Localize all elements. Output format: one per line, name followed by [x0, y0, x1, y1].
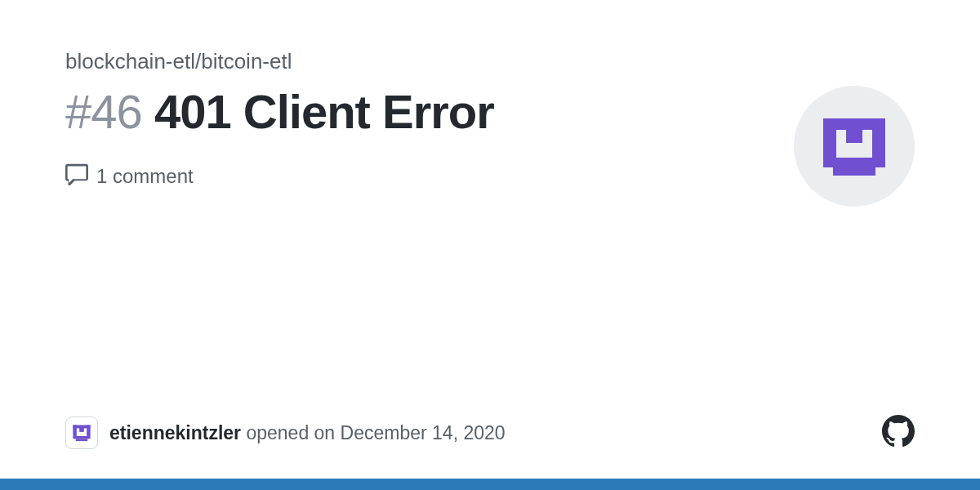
issue-hash: #	[65, 85, 91, 138]
comments-count: 1 comment	[96, 165, 194, 188]
avatar-small[interactable]	[65, 416, 98, 449]
svg-rect-2	[823, 118, 885, 130]
issue-number: 46	[91, 85, 142, 138]
footer: etiennekintzler opened on December 14, 2…	[65, 415, 915, 451]
svg-rect-9	[79, 428, 84, 432]
comment-icon	[65, 163, 88, 190]
author-date: December 14, 2020	[341, 422, 506, 443]
comments-row[interactable]: 1 comment	[65, 163, 761, 190]
issue-title-text: 401 Client Error	[154, 85, 494, 138]
github-icon[interactable]	[882, 415, 915, 451]
bottom-accent-bar	[0, 479, 980, 490]
author-action: opened on	[246, 422, 335, 443]
svg-rect-5	[833, 167, 875, 176]
avatar-icon	[70, 421, 93, 444]
issue-title: #46 401 Client Error	[65, 86, 761, 138]
svg-rect-10	[73, 436, 90, 439]
svg-rect-4	[823, 158, 885, 167]
avatar-large[interactable]	[794, 86, 915, 207]
svg-rect-8	[73, 425, 90, 428]
author-info: etiennekintzler opened on December 14, 2…	[65, 416, 506, 449]
svg-rect-3	[846, 128, 862, 143]
svg-rect-11	[76, 439, 88, 441]
avatar-icon	[813, 105, 895, 187]
title-row: #46 401 Client Error 1 comment	[65, 86, 915, 207]
repo-path[interactable]: blockchain-etl/bitcoin-etl	[65, 49, 915, 74]
author-name[interactable]: etiennekintzler	[109, 422, 241, 443]
